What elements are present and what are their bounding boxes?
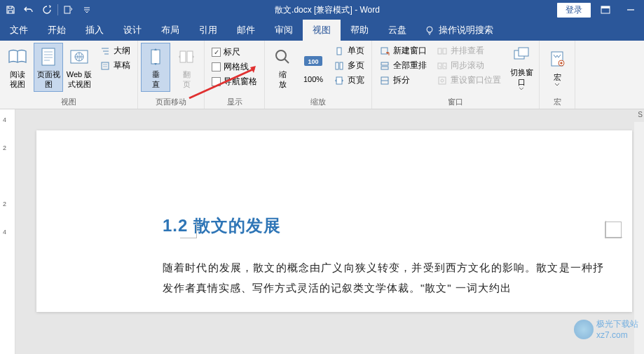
tab-help[interactable]: 帮助: [341, 20, 378, 41]
new-window-button[interactable]: 新建窗口: [378, 44, 428, 57]
tab-mailings[interactable]: 邮件: [227, 20, 265, 41]
tab-layout[interactable]: 布局: [151, 20, 189, 41]
svg-rect-28: [336, 62, 338, 69]
menu-bar: 文件 开始 插入 设计 布局 引用 邮件 审阅 视图 帮助 云盘 操作说明搜索: [0, 20, 644, 41]
tab-design[interactable]: 设计: [114, 20, 151, 41]
chevron-down-icon: [519, 87, 524, 90]
crop-mark-tr: [605, 222, 622, 238]
svg-rect-29: [340, 62, 343, 69]
page-turn-icon: [175, 46, 198, 68]
tab-file[interactable]: 文件: [0, 20, 38, 41]
undo-button[interactable]: [20, 2, 38, 18]
app-name: Word: [359, 5, 379, 15]
svg-rect-27: [337, 48, 341, 55]
read-view-icon: [6, 46, 29, 68]
split-button[interactable]: 拆分: [378, 74, 428, 87]
svg-rect-17: [102, 62, 109, 69]
save-button[interactable]: [1, 2, 20, 18]
group-page-movement: 垂 直 翻 页 页面移动: [138, 41, 205, 109]
tab-insert[interactable]: 插入: [76, 20, 114, 41]
outline-button[interactable]: 大纲: [98, 44, 132, 57]
group-window-label: 窗口: [375, 96, 536, 108]
hundred-icon: 100: [302, 50, 324, 73]
group-views-label: 视图: [3, 96, 135, 108]
svg-rect-2: [601, 6, 610, 8]
group-zoom: 缩 放 100 100% 单页 多页 页宽 缩: [265, 41, 372, 109]
nav-pane-checkbox[interactable]: 导航窗格: [210, 75, 259, 88]
multi-page-button[interactable]: 多页: [332, 59, 366, 72]
web-view-button[interactable]: Web 版式视图: [64, 43, 94, 92]
group-views: 阅读 视图 页面视图 Web 版式视图 大纲 草稿 视图: [0, 41, 138, 109]
svg-rect-37: [443, 48, 446, 54]
draft-icon: [100, 60, 111, 72]
svg-point-4: [427, 27, 432, 32]
side-by-side-button: 并排查看: [435, 44, 502, 57]
redo-button[interactable]: [38, 2, 56, 18]
svg-text:100: 100: [308, 58, 318, 65]
one-page-icon: [334, 46, 345, 57]
qat-customize-button[interactable]: [78, 2, 96, 18]
vertical-ruler[interactable]: 4224: [0, 109, 15, 354]
group-show: 标尺 网格线 导航窗格 显示: [205, 41, 265, 109]
arrange-all-icon: [379, 60, 390, 72]
checkbox-icon: [212, 48, 221, 57]
multi-page-icon: [334, 60, 345, 72]
switch-window-button[interactable]: 切换窗 口: [507, 43, 536, 92]
page-view-button[interactable]: 页面视图: [34, 43, 63, 92]
tab-references[interactable]: 引用: [189, 20, 227, 41]
svg-rect-36: [438, 48, 441, 54]
ruler-checkbox[interactable]: 标尺: [210, 46, 259, 59]
window-title: 散文.docx [兼容模式] - Word: [97, 4, 557, 16]
chevron-down-icon: [554, 83, 560, 86]
web-view-icon: [68, 46, 90, 68]
outline-icon: [100, 46, 111, 57]
tell-me-search[interactable]: 操作说明搜索: [416, 20, 502, 41]
page-turn-button: 翻 页: [172, 43, 201, 92]
compat-mode: [兼容模式]: [314, 5, 352, 15]
svg-rect-22: [187, 51, 193, 62]
ribbon-display-button[interactable]: [595, 2, 616, 18]
tab-home[interactable]: 开始: [38, 20, 76, 41]
gridlines-checkbox[interactable]: 网格线: [210, 60, 259, 74]
zoom-button[interactable]: 缩 放: [268, 43, 297, 92]
lightbulb-icon: [425, 25, 434, 35]
work-area: 4224 1.2 散文的发展 随着时代的发展，散文的概念由广义向狭义转变，并受到…: [0, 109, 644, 354]
switch-window-icon: [510, 44, 533, 66]
one-page-button[interactable]: 单页: [332, 44, 366, 57]
svg-rect-21: [180, 51, 186, 62]
title-bar: 散文.docx [兼容模式] - Word 登录: [0, 0, 644, 20]
arrange-all-button[interactable]: 全部重排: [378, 59, 428, 72]
minimize-button[interactable]: [620, 2, 641, 18]
split-icon: [379, 75, 390, 86]
page-width-button[interactable]: 页宽: [332, 74, 366, 87]
group-macros: 宏 宏: [540, 41, 575, 109]
tab-cloud[interactable]: 云盘: [378, 20, 416, 41]
vertical-button[interactable]: 垂 直: [141, 43, 170, 92]
macros-button[interactable]: 宏: [542, 43, 572, 92]
quick-access-toolbar: [0, 2, 97, 18]
touch-mode-button[interactable]: [60, 2, 78, 18]
tab-review[interactable]: 审阅: [265, 20, 303, 41]
svg-point-41: [441, 79, 444, 82]
document-page: 1.2 散文的发展 随着时代的发展，散文的概念由广义向狭义转变，并受到西方文化的…: [36, 130, 632, 312]
sync-scroll-button: 同步滚动: [435, 59, 502, 72]
page-width-icon: [334, 75, 345, 86]
document-heading: 1.2 散文的发展: [163, 215, 604, 237]
reset-position-button: 重设窗口位置: [435, 74, 502, 87]
checkbox-icon: [212, 62, 221, 72]
page-canvas[interactable]: 1.2 散文的发展 随着时代的发展，散文的概念由广义向狭义转变，并受到西方文化的…: [15, 109, 644, 354]
doc-name: 散文.docx: [275, 5, 312, 15]
draft-button[interactable]: 草稿: [98, 59, 132, 72]
page-view-icon: [37, 46, 60, 68]
group-show-label: 显示: [207, 96, 261, 108]
hundred-percent-button[interactable]: 100 100%: [299, 43, 328, 92]
tell-me-label: 操作说明搜索: [439, 24, 493, 36]
svg-rect-30: [336, 77, 342, 84]
read-view-button[interactable]: 阅读 视图: [3, 43, 32, 92]
tab-view[interactable]: 视图: [303, 20, 341, 41]
crop-mark-tl: [180, 222, 197, 238]
login-button[interactable]: 登录: [557, 3, 591, 18]
svg-rect-43: [519, 48, 528, 56]
group-macros-label: 宏: [542, 96, 572, 108]
svg-rect-32: [381, 62, 388, 65]
